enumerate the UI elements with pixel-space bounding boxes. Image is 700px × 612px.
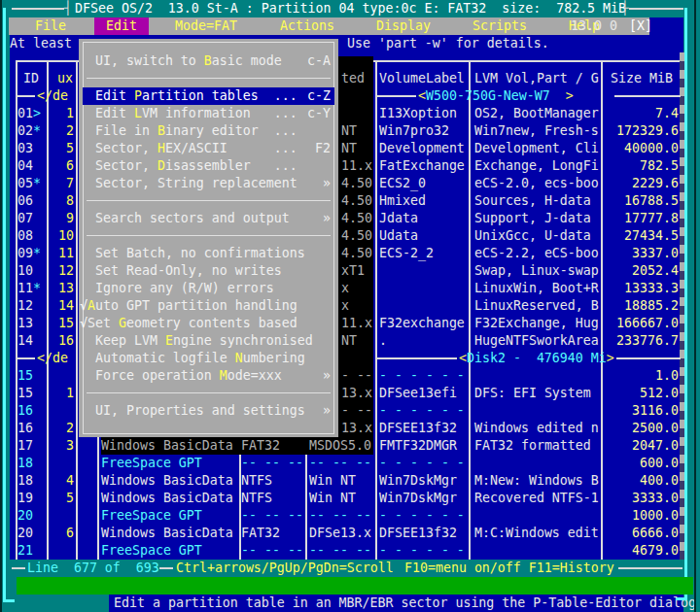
- volume-label-cell: - - - - - -: [379, 367, 465, 385]
- menu-item[interactable]: [83, 70, 334, 87]
- partition-row[interactable]: 20 FreeSpace GPT -- -- -- -- -- -- - - -…: [0, 507, 700, 525]
- formatted-tail-cell: 13.x: [341, 385, 372, 402]
- size-cell: 2500.0: [593, 420, 679, 437]
- type-cell: Windows BasicData: [101, 437, 233, 455]
- menu-item[interactable]: Sector, HEX/ASCII ... F2: [83, 140, 334, 157]
- size-cell: 166667.0: [593, 315, 679, 332]
- ux-cell: 14: [49, 297, 74, 315]
- menu-item[interactable]: Set Read-Only, no writes: [83, 262, 334, 280]
- menu-scripts[interactable]: Scripts: [464, 17, 536, 35]
- menu-item[interactable]: Keep LVM Engine synchronised: [83, 332, 334, 350]
- partition-row[interactable]: 20 6 Windows BasicData FAT32 DFSe13.x DF…: [0, 525, 700, 542]
- size-cell: 17777.8: [593, 210, 679, 227]
- lvm-cell: LinuxWin, Boot+R: [474, 280, 599, 297]
- partition-row[interactable]: 17 3 Windows BasicData FAT32 MSDOS5.0 FM…: [0, 437, 700, 455]
- ux-cell: 1: [49, 105, 74, 122]
- formatted-cell: NT: [341, 140, 357, 157]
- menu-item[interactable]: Sector, Disassembler ...: [83, 157, 334, 175]
- ux-cell: 13: [49, 280, 74, 297]
- formatted-cell: MSDOS5.0: [309, 437, 371, 455]
- menu-edit-active[interactable]: Edit: [94, 17, 149, 35]
- lvm-cell: Windows edited n: [474, 420, 599, 437]
- partition-row[interactable]: 18 FreeSpace GPT -- -- -- -- -- -- - - -…: [0, 455, 700, 472]
- menu-item-label: Edit LVM information ...: [95, 105, 298, 122]
- menu-display[interactable]: Display: [368, 17, 439, 35]
- size-cell: 3116.0: [593, 402, 679, 420]
- volume-label-cell: - - - - - -: [379, 542, 465, 560]
- menu-item-shortcut: »: [323, 175, 331, 192]
- menu-item[interactable]: Edit Partition tables ... c-Z: [83, 87, 334, 105]
- partition-row[interactable]: 18 4 Windows BasicData NTFS Win NT Win7D…: [0, 472, 700, 490]
- partition-row[interactable]: 21 FreeSpace GPT -- -- -- -- -- -- - - -…: [0, 542, 700, 560]
- menu-item[interactable]: Search sectors and output »: [83, 210, 334, 227]
- menu-item[interactable]: UI, switch to Basic mode c-A: [83, 52, 334, 70]
- ux-cell: 2: [49, 122, 74, 140]
- ux-cell: 12: [49, 262, 74, 280]
- menu-item[interactable]: File in Binary editor ...: [83, 122, 334, 140]
- disk1-label: <W500-750G-New-W7 >: [418, 87, 574, 105]
- menu-item-shortcut: »: [323, 367, 331, 385]
- menu-actions[interactable]: Actions: [271, 17, 343, 35]
- menu-item[interactable]: √ Auto GPT partition handling: [83, 297, 334, 315]
- formatted-cell: NT: [341, 332, 357, 350]
- menu-item[interactable]: UI, Properties and settings »: [83, 402, 334, 420]
- id-cell: 10: [18, 262, 33, 280]
- menu-item-label: Ignore any (R/W) errors: [95, 280, 274, 297]
- format-cell: -- -- --: [241, 507, 303, 525]
- formatted-cell: x: [341, 297, 349, 315]
- formatted-tail-cell: - --: [341, 402, 372, 420]
- frame-corner: [3, 599, 15, 602]
- ux-cell: 11: [49, 245, 74, 262]
- lvm-cell: Win7new, Fresh-s: [474, 122, 599, 140]
- menu-item-label: UI, Properties and settings: [95, 402, 305, 420]
- volume-label-cell: .: [379, 332, 387, 350]
- format-cell: NTFS: [241, 472, 272, 490]
- lvm-cell: eCS-2.0, ecs-boo: [474, 175, 599, 192]
- menu-file[interactable]: File: [26, 17, 75, 35]
- volume-label-cell: DFSEE13f32: [379, 525, 457, 542]
- size-cell: 13333.3: [593, 280, 679, 297]
- lvm-cell: OS2, BootManager: [474, 105, 599, 122]
- ux-cell: [49, 455, 74, 472]
- menu-item[interactable]: Sector, String replacement »: [83, 175, 334, 192]
- menu-item[interactable]: [83, 192, 334, 210]
- menu-item[interactable]: Force operation Mode=xxx »: [83, 367, 334, 385]
- id-cell: 13: [18, 315, 33, 332]
- size-cell: 4679.0: [593, 542, 679, 560]
- menu-item-label: File in Binary editor ...: [95, 122, 298, 140]
- close-button[interactable]: [X]: [629, 17, 652, 35]
- format-cell: -- -- --: [241, 455, 303, 472]
- menu-item[interactable]: √ Set Geometry contents based: [83, 315, 334, 332]
- menu-item[interactable]: Edit LVM information ... c-Y: [83, 105, 334, 122]
- menu-bar: File Edit Mode=FAT Actions Display Scrip…: [9, 17, 649, 35]
- menu-item[interactable]: [83, 227, 334, 245]
- ux-cell: 15: [49, 315, 74, 332]
- menu-item-label: Automatic logfile Numbering: [95, 350, 305, 367]
- menu-item-label: Sector, String replacement: [95, 175, 298, 192]
- volume-label-cell: Win7DskMgr: [379, 472, 457, 490]
- lvm-cell: F32Exchange, Hug: [474, 315, 599, 332]
- id-cell: 21: [18, 542, 33, 560]
- id-cell: 15: [18, 367, 33, 385]
- menu-item[interactable]: Ignore any (R/W) errors: [83, 280, 334, 297]
- formatted-cell: Win NT: [309, 490, 356, 507]
- volume-label-cell: Udata: [379, 227, 418, 245]
- id-cell: 16: [18, 420, 33, 437]
- menu-item[interactable]: [83, 385, 334, 402]
- title-border-line: [629, 8, 683, 10]
- menu-item[interactable]: Set Batch, no confirmations: [83, 245, 334, 262]
- version-label: 13.0 0: [571, 17, 617, 35]
- volume-label-cell: Jdata: [379, 210, 418, 227]
- partition-row[interactable]: 19 5 Windows BasicData NTFS Win NT Win7D…: [0, 490, 700, 507]
- help-text: Edit a partition table in an MBR/EBR sec…: [114, 595, 696, 612]
- menu-mode[interactable]: Mode=FAT: [166, 17, 246, 35]
- size-cell: 1000.0: [593, 507, 679, 525]
- menu-item[interactable]: Automatic logfile Numbering: [83, 350, 334, 367]
- id-cell: 09*: [18, 245, 41, 262]
- lvm-cell: LinuxReserved, B: [474, 297, 599, 315]
- formatted-tail-cell: 13.x: [341, 420, 372, 437]
- id-cell: 17: [18, 437, 33, 455]
- scroll-keys-hint: Ctrl+arrows/PgUp/PgDn=Scroll: [176, 560, 394, 577]
- lvm-cell: eCS-2.2, eCS-boo: [474, 245, 599, 262]
- formatted-cell: DFSe13.x: [309, 525, 371, 542]
